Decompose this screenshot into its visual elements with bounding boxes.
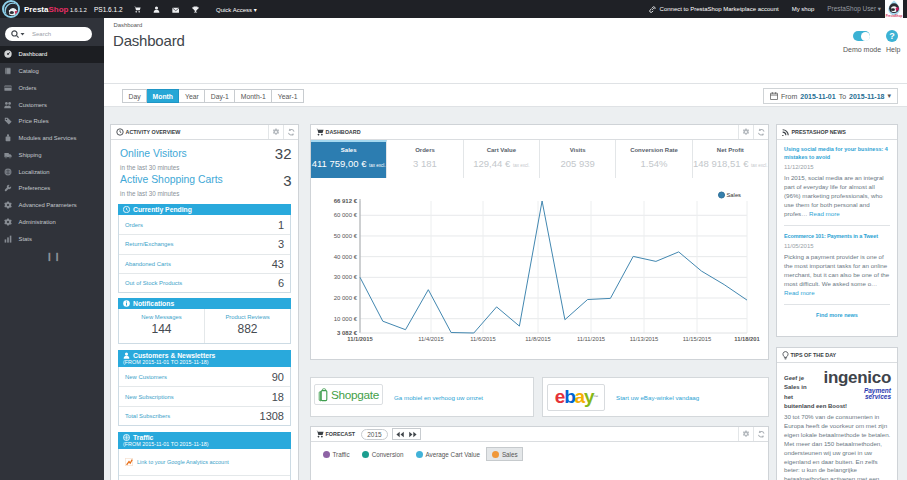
- svg-text:11/6/2015: 11/6/2015: [470, 336, 495, 342]
- svg-text:11/8/2015: 11/8/2015: [525, 336, 550, 342]
- svg-text:11/15/2015: 11/15/2015: [683, 336, 712, 342]
- svg-text:20 000 €: 20 000 €: [334, 295, 358, 301]
- svg-text:Sales: Sales: [727, 192, 742, 198]
- svg-text:11/13/2015: 11/13/2015: [630, 336, 659, 342]
- svg-text:11/11/2015: 11/11/2015: [577, 336, 605, 342]
- svg-text:11/18/201: 11/18/201: [734, 336, 760, 342]
- svg-text:30 000 €: 30 000 €: [334, 274, 358, 280]
- svg-text:10 000 €: 10 000 €: [334, 316, 358, 322]
- svg-text:PrestaShop: PrestaShop: [886, 14, 903, 18]
- svg-text:40 000 €: 40 000 €: [334, 254, 358, 260]
- svg-text:11/1/2015: 11/1/2015: [347, 336, 373, 342]
- svg-text:66 912 €: 66 912 €: [334, 198, 358, 204]
- svg-text:50 000 €: 50 000 €: [334, 233, 358, 239]
- svg-text:60 000 €: 60 000 €: [334, 212, 358, 218]
- svg-text:11/4/2015: 11/4/2015: [418, 336, 443, 342]
